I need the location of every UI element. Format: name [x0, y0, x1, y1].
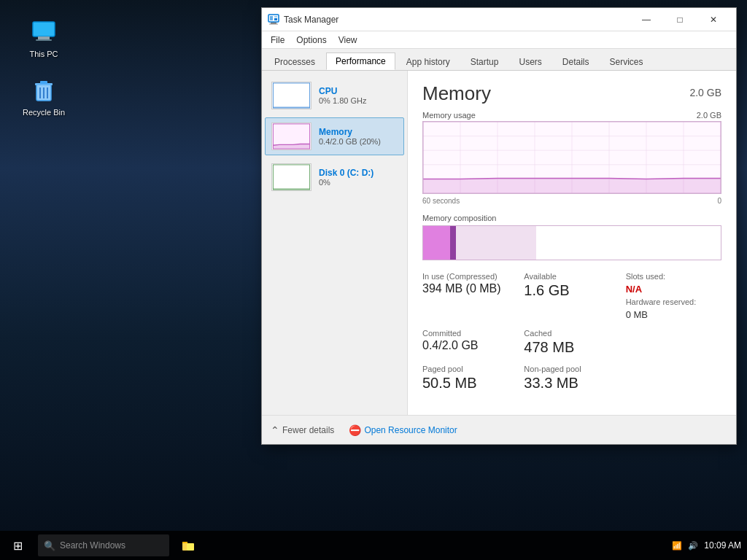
right-panel: Memory 2.0 GB Memory usage 2.0 GB	[408, 71, 736, 415]
taskbar-search[interactable]: 🔍 Search Windows	[38, 534, 169, 556]
taskbar: ⊞ 🔍 Search Windows 📶 🔊 10:09 AM	[0, 531, 747, 560]
comp-modified	[450, 226, 456, 260]
paged-value: 50.5 MB	[422, 375, 518, 392]
desktop-icon-this-pc[interactable]: This PC	[15, 15, 73, 61]
maximize-button[interactable]: □	[663, 8, 697, 31]
tab-performance[interactable]: Performance	[326, 52, 395, 70]
menu-options[interactable]: Options	[290, 34, 332, 47]
in-use-label: In use (Compressed)	[422, 272, 518, 281]
recycle-bin-icon	[29, 76, 58, 105]
disk-graph-thumb	[271, 163, 311, 191]
window-title: Task Manager	[284, 15, 630, 25]
hw-reserved-label: Hardware reserved:	[626, 298, 721, 306]
window-controls: — □ ✕	[630, 8, 730, 31]
disk-info: Disk 0 (C: D:) 0%	[319, 168, 374, 187]
content-area: CPU 0% 1.80 GHz Memory 0	[262, 71, 736, 415]
svg-rect-11	[182, 542, 187, 543]
volume-icon: 🔊	[688, 541, 698, 551]
svg-rect-18	[272, 82, 310, 109]
left-panel: CPU 0% 1.80 GHz Memory 0	[262, 71, 408, 415]
cpu-detail: 0% 1.80 GHz	[319, 96, 366, 105]
start-button[interactable]: ⊞	[0, 531, 35, 560]
open-resource-monitor-button[interactable]: ⛔ Open Resource Monitor	[349, 424, 457, 436]
svg-rect-0	[33, 22, 55, 36]
menu-bar: File Options View	[262, 31, 736, 49]
open-resource-monitor-label: Open Resource Monitor	[364, 425, 457, 435]
memory-name: Memory	[319, 127, 381, 137]
svg-rect-10	[187, 543, 194, 551]
comp-free	[536, 226, 721, 260]
svg-marker-37	[423, 178, 721, 193]
stats-area: In use (Compressed) 394 MB (0 MB) Availa…	[422, 272, 721, 392]
tab-app-history[interactable]: App history	[397, 53, 460, 70]
bottom-bar: ⌃ Fewer details ⛔ Open Resource Monitor	[262, 415, 736, 444]
memory-info: Memory 0.4/2.0 GB (20%)	[319, 127, 381, 146]
committed-label: Committed	[422, 329, 518, 338]
stat-available: Available 1.6 GB	[524, 272, 619, 320]
fewer-details-button[interactable]: ⌃ Fewer details	[271, 424, 334, 436]
tab-bar: Processes Performance App history Startu…	[262, 49, 736, 71]
svg-rect-14	[274, 18, 277, 20]
resource-item-cpu[interactable]: CPU 0% 1.80 GHz	[265, 77, 404, 114]
svg-rect-16	[271, 23, 276, 24]
cached-label: Cached	[524, 329, 619, 338]
fewer-details-icon: ⌃	[271, 424, 279, 436]
svg-rect-17	[269, 23, 278, 24]
menu-file[interactable]: File	[265, 34, 290, 47]
chart-time-end: 0	[717, 197, 721, 205]
tab-processes[interactable]: Processes	[265, 53, 325, 70]
cached-value: 478 MB	[524, 339, 619, 356]
slots-label: Slots used:	[626, 272, 721, 281]
svg-rect-13	[270, 16, 273, 20]
fewer-details-label: Fewer details	[282, 425, 334, 435]
resource-item-disk[interactable]: Disk 0 (C: D:) 0%	[265, 158, 404, 196]
desktop-icon-recycle-bin[interactable]: Recycle Bin	[15, 73, 73, 120]
stat-committed: Committed 0.4/2.0 GB	[422, 329, 518, 356]
network-icon: 📶	[672, 541, 682, 551]
usage-value: 2.0 GB	[697, 111, 721, 120]
cpu-info: CPU 0% 1.80 GHz	[319, 86, 366, 105]
taskbar-apps	[172, 531, 204, 560]
stats-grid: In use (Compressed) 394 MB (0 MB) Availa…	[422, 272, 721, 392]
taskbar-right: 📶 🔊 10:09 AM	[672, 540, 747, 551]
app-icon	[268, 14, 279, 26]
this-pc-icon	[29, 18, 58, 47]
nonpaged-label: Non-paged pool	[524, 365, 619, 373]
svg-rect-2	[36, 39, 52, 41]
nonpaged-value: 33.3 MB	[524, 375, 619, 392]
file-explorer-taskbar[interactable]	[172, 531, 204, 560]
svg-rect-15	[274, 16, 277, 18]
comp-standby	[456, 226, 536, 260]
memory-total: 2.0 GB	[689, 87, 721, 98]
hw-reserved-value: 0 MB	[626, 309, 721, 320]
stats-left: In use (Compressed) 394 MB (0 MB) Availa…	[422, 272, 721, 392]
usage-label: Memory usage	[422, 111, 476, 120]
composition-chart	[422, 225, 721, 260]
task-manager-window: Task Manager — □ ✕ File Options View Pro…	[261, 7, 737, 445]
cpu-name: CPU	[319, 86, 366, 96]
slots-value: N/A	[626, 284, 721, 295]
tab-services[interactable]: Services	[600, 53, 653, 70]
available-value: 1.6 GB	[524, 282, 619, 299]
stat-slots: Slots used: N/A Hardware reserved: 0 MB	[626, 272, 721, 320]
close-button[interactable]: ✕	[697, 8, 730, 31]
available-label: Available	[524, 272, 619, 281]
minimize-button[interactable]: —	[630, 8, 663, 31]
search-placeholder: Search Windows	[60, 540, 125, 551]
disk-detail: 0%	[319, 178, 374, 187]
svg-rect-1	[38, 36, 50, 39]
this-pc-label: This PC	[29, 50, 58, 58]
memory-graph-thumb	[271, 122, 311, 150]
stat-cached: Cached 478 MB	[524, 329, 619, 356]
svg-rect-5	[40, 81, 47, 84]
chart-time-row: 60 seconds 0	[422, 197, 721, 205]
memory-header: Memory 2.0 GB	[422, 82, 721, 105]
resource-monitor-icon: ⛔	[349, 424, 361, 436]
cpu-graph-thumb	[271, 82, 311, 109]
tab-users[interactable]: Users	[509, 53, 551, 70]
memory-title: Memory	[422, 82, 491, 105]
tab-startup[interactable]: Startup	[461, 53, 508, 70]
resource-item-memory[interactable]: Memory 0.4/2.0 GB (20%)	[265, 117, 404, 155]
tab-details[interactable]: Details	[553, 53, 599, 70]
menu-view[interactable]: View	[333, 34, 363, 47]
